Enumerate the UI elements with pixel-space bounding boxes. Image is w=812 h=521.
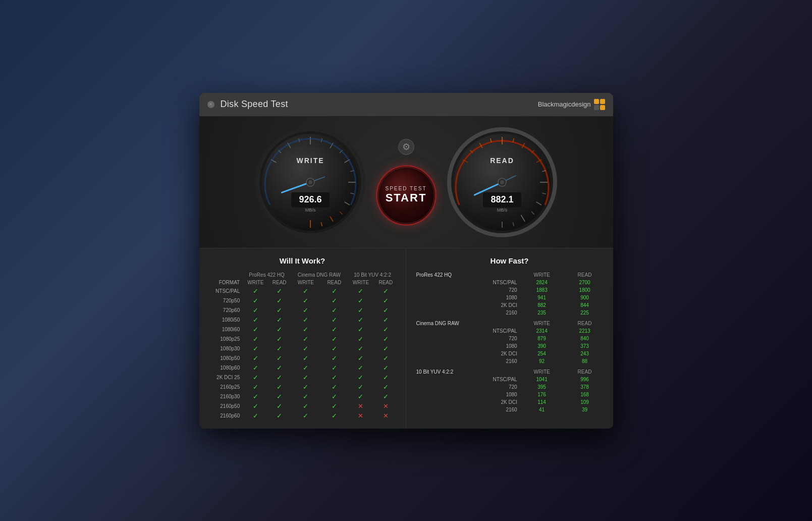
settings-button[interactable]: ⚙ (398, 139, 414, 155)
hf-data-row: 21604139 (414, 406, 605, 413)
check-cell: ✓ (348, 334, 374, 344)
svg-point-23 (308, 180, 312, 184)
check-icon: ✓ (383, 364, 389, 372)
table-row: 2160p60✓✓✓✓✕✕ (207, 411, 398, 421)
col-yuv-write: WRITE (348, 279, 374, 286)
hf-data-row: 2K DCI254243 (414, 350, 605, 357)
format-cell: NTSC/PAL (207, 286, 243, 296)
check-cell: ✓ (243, 315, 268, 325)
start-button[interactable]: SPEED TEST START (376, 165, 437, 226)
check-icon: ✓ (277, 326, 282, 333)
check-icon: ✓ (332, 354, 337, 362)
hf-read-value: 2213 (565, 327, 605, 335)
how-fast-table: ProRes 422 HQWRITEREADNTSC/PAL2824270072… (414, 271, 605, 413)
check-cell: ✓ (268, 296, 290, 305)
check-icon: ✓ (253, 316, 258, 324)
check-cell: ✕ (348, 401, 374, 411)
check-icon: ✓ (358, 374, 363, 381)
hf-read-value: 168 (565, 391, 605, 398)
check-icon: ✓ (303, 402, 308, 410)
table-row: 720p60✓✓✓✓✓✓ (207, 305, 398, 315)
hf-group-header-row: 10 Bit YUV 4:2:2WRITEREAD (414, 368, 605, 376)
close-button[interactable]: × (207, 101, 214, 108)
check-cell: ✓ (374, 334, 397, 344)
title-bar: × Disk Speed Test Blackmagicdesign (199, 93, 613, 117)
will-it-work-table: ProRes 422 HQ Cinema DNG RAW 10 Bit YUV … (207, 271, 398, 421)
check-cell: ✓ (291, 334, 321, 344)
check-icon: ✓ (303, 345, 308, 352)
svg-text:882.1: 882.1 (491, 194, 513, 204)
check-cell: ✓ (374, 315, 397, 325)
check-icon: ✓ (277, 335, 282, 343)
check-icon: ✓ (253, 393, 258, 400)
check-icon: ✓ (332, 393, 337, 400)
table-row: 1080p50✓✓✓✓✓✓ (207, 353, 398, 363)
check-cell: ✓ (268, 382, 290, 392)
data-section: Will It Work? ProRes 422 HQ Cinema DNG R… (199, 248, 613, 429)
hf-data-row: 720395378 (414, 383, 605, 391)
check-icon: ✓ (358, 345, 363, 352)
check-cell: ✓ (348, 382, 374, 392)
check-cell: ✓ (268, 325, 290, 334)
check-cell: ✓ (348, 344, 374, 353)
hf-data-row: 21609288 (414, 357, 605, 365)
col-prores-write: WRITE (243, 279, 268, 286)
hf-format-cell: NTSC/PAL (414, 376, 519, 383)
hf-col-write: WRITE (519, 320, 565, 327)
hf-data-row: NTSC/PAL28242700 (414, 279, 605, 286)
check-icon: ✓ (277, 383, 282, 391)
check-cell: ✕ (374, 411, 397, 421)
check-icon: ✓ (303, 287, 308, 295)
hf-group-header-row: Cinema DNG RAWWRITEREAD (414, 320, 605, 327)
check-icon: ✓ (358, 287, 363, 295)
check-icon: ✓ (253, 335, 258, 343)
format-cell: 720p50 (207, 296, 243, 305)
check-icon: ✓ (358, 393, 363, 400)
check-icon: ✓ (253, 287, 258, 295)
svg-text:MB/s: MB/s (305, 207, 315, 213)
format-cell: 1080i60 (207, 325, 243, 334)
check-icon: ✓ (303, 393, 308, 400)
check-cell: ✓ (348, 363, 374, 373)
check-icon: ✓ (253, 364, 258, 372)
brand-name: Blackmagicdesign (538, 100, 591, 108)
start-label-main: START (386, 191, 427, 204)
title-bar-left: × Disk Speed Test (207, 99, 288, 110)
check-icon: ✓ (383, 374, 389, 381)
hf-read-value: 844 (565, 301, 605, 309)
hf-data-row: 720879840 (414, 335, 605, 342)
check-cell: ✓ (268, 315, 290, 325)
hf-data-row: 72018831800 (414, 286, 605, 294)
check-icon: ✓ (303, 412, 308, 420)
hf-read-value: 2700 (565, 279, 605, 286)
check-cell: ✓ (243, 373, 268, 382)
check-icon: ✓ (277, 316, 282, 324)
table-row: 720p50✓✓✓✓✓✓ (207, 296, 398, 305)
check-icon: ✓ (332, 412, 337, 420)
svg-text:MB/s: MB/s (497, 207, 507, 213)
hf-write-value: 2824 (519, 279, 565, 286)
check-icon: ✓ (383, 393, 389, 400)
cross-icon: ✕ (358, 412, 363, 420)
check-cell: ✓ (321, 382, 348, 392)
hf-data-row: NTSC/PAL23142213 (414, 327, 605, 335)
hf-format-cell: 2K DCI (414, 398, 519, 406)
check-icon: ✓ (332, 316, 337, 324)
hf-read-value: 1800 (565, 286, 605, 294)
format-cell: 720p60 (207, 305, 243, 315)
check-icon: ✓ (303, 297, 308, 304)
hf-data-row: 2K DCI882844 (414, 301, 605, 309)
hf-col-read: READ (565, 368, 605, 376)
check-cell: ✓ (374, 286, 397, 296)
check-cell: ✓ (291, 305, 321, 315)
check-icon: ✓ (303, 316, 308, 324)
check-cell: ✓ (268, 363, 290, 373)
check-icon: ✓ (332, 374, 337, 381)
hf-write-value: 235 (519, 309, 565, 317)
check-icon: ✓ (383, 297, 389, 304)
format-cell: 1080i50 (207, 315, 243, 325)
format-cell: 1080p60 (207, 363, 243, 373)
read-gauge-svg: READ 882.1 MB/s (447, 127, 558, 238)
table-row: 1080p60✓✓✓✓✓✓ (207, 363, 398, 373)
format-cell: 2K DCI 25 (207, 373, 243, 382)
